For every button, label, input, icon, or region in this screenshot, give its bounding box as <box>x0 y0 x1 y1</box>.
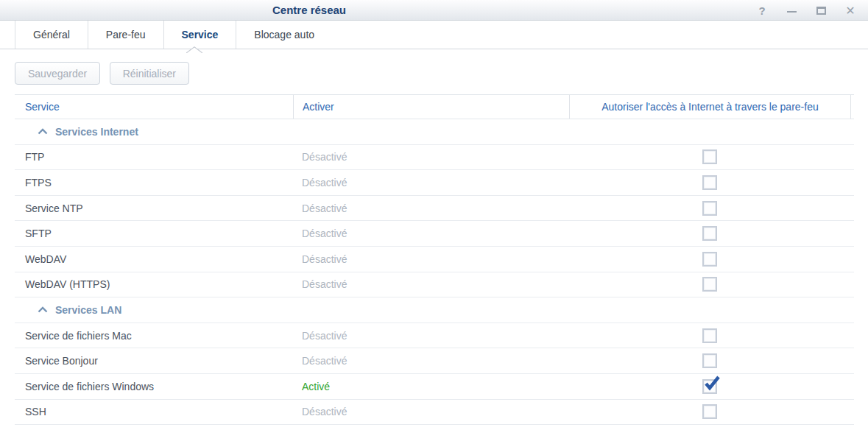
status-text: Désactivé <box>302 330 347 342</box>
status-text: Activé <box>302 381 330 392</box>
firewall-allow-checkbox[interactable] <box>702 226 717 241</box>
service-name-cell: WebDAV (HTTPS) <box>15 272 293 297</box>
table-row: Service de fichiers Mac Désactivé <box>15 323 854 349</box>
service-name-cell: FTPS <box>15 170 293 195</box>
service-name-cell: FTP <box>15 145 293 170</box>
toolbar: Sauvegarder Réinitialiser <box>0 49 868 94</box>
chevron-up-icon <box>38 306 48 313</box>
group-label: Services LAN <box>55 304 121 316</box>
status-text: Désactivé <box>302 202 347 214</box>
status-text: Désactivé <box>302 177 347 188</box>
tab-blocage-auto[interactable]: Blocage auto <box>236 21 332 49</box>
tab-general[interactable]: Général <box>15 21 88 49</box>
group-header-services-internet[interactable]: Services Internet <box>15 119 854 145</box>
table-row: SFTP Désactivé <box>15 221 854 247</box>
group-label: Services Internet <box>55 126 138 138</box>
service-name-cell: SFTP <box>15 221 293 246</box>
table-row: FTP Désactivé <box>15 145 854 171</box>
group-header-services-lan[interactable]: Services LAN <box>15 297 854 323</box>
titlebar: Centre réseau ? ✕ <box>0 0 868 21</box>
table-row: FTPS Désactivé <box>15 170 854 196</box>
close-icon[interactable]: ✕ <box>841 1 859 19</box>
firewall-allow-checkbox[interactable] <box>702 149 717 164</box>
status-text: Désactivé <box>302 278 347 290</box>
save-button[interactable]: Sauvegarder <box>15 62 100 85</box>
service-name-cell: SSH <box>15 400 293 425</box>
status-text: Désactivé <box>302 355 347 367</box>
window-title: Centre réseau <box>0 0 618 21</box>
help-icon[interactable]: ? <box>753 1 771 19</box>
firewall-allow-checkbox[interactable] <box>702 379 717 394</box>
column-header-activer[interactable]: Activer <box>293 95 569 119</box>
firewall-allow-checkbox[interactable] <box>702 175 717 190</box>
window-controls: ? ✕ <box>747 0 865 21</box>
firewall-allow-checkbox[interactable] <box>702 404 717 419</box>
status-text: Désactivé <box>302 228 347 239</box>
column-header-service[interactable]: Service <box>15 95 293 119</box>
service-name-cell: Service Bonjour <box>15 348 293 373</box>
service-name-cell: Service NTP <box>15 196 293 221</box>
firewall-allow-checkbox[interactable] <box>702 277 717 292</box>
status-text: Désactivé <box>302 406 347 417</box>
table-header: Service Activer Autoriser l'accès à Inte… <box>15 94 854 119</box>
status-text: Désactivé <box>302 253 347 265</box>
firewall-allow-checkbox[interactable] <box>702 328 717 343</box>
service-name-cell: Service de fichiers Windows <box>15 374 293 399</box>
maximize-icon[interactable] <box>812 1 830 19</box>
firewall-allow-checkbox[interactable] <box>702 353 717 368</box>
table-row: Service de fichiers Windows Activé <box>15 374 854 400</box>
minimize-icon[interactable] <box>783 1 800 19</box>
chevron-up-icon <box>38 128 48 135</box>
service-name-cell: Service de fichiers Mac <box>15 323 293 348</box>
network-center-window: Centre réseau ? ✕ Général Pare-feu Servi… <box>0 0 868 444</box>
status-text: Désactivé <box>302 151 347 163</box>
tab-bar: Général Pare-feu Service Blocage auto <box>0 21 868 49</box>
table-row: Service NTP Désactivé <box>15 196 854 222</box>
service-name-cell: WebDAV <box>15 247 293 272</box>
table-row: SSH Désactivé <box>15 400 854 426</box>
column-header-firewall-access[interactable]: Autoriser l'accès à Internet à travers l… <box>569 95 850 119</box>
firewall-allow-checkbox[interactable] <box>702 201 717 216</box>
table-row: Service Bonjour Désactivé <box>15 348 854 374</box>
column-header-stub <box>850 95 854 119</box>
active-tab-notch <box>186 43 202 49</box>
table-row: WebDAV Désactivé <box>15 247 854 272</box>
services-table: Service Activer Autoriser l'accès à Inte… <box>15 94 854 425</box>
reset-button[interactable]: Réinitialiser <box>110 62 189 85</box>
firewall-allow-checkbox[interactable] <box>702 252 717 267</box>
tab-pare-feu[interactable]: Pare-feu <box>88 21 163 49</box>
table-row: WebDAV (HTTPS) Désactivé <box>15 272 854 298</box>
